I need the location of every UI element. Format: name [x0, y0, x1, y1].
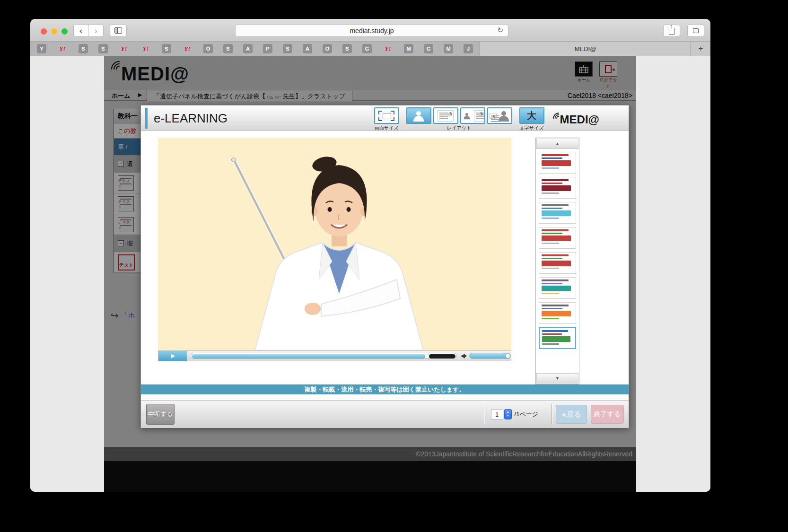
previous-page-button[interactable]: ◀ 戻る: [556, 405, 587, 424]
favicon-13[interactable]: A: [303, 44, 312, 53]
person-icon: [412, 111, 425, 121]
slide-thumbnail-panel: ▲ ▼: [535, 138, 579, 384]
logo-arcs-icon: [552, 111, 560, 120]
layout-slide-video-button[interactable]: [487, 107, 512, 124]
layout-group: レイアウト: [406, 107, 512, 131]
elearning-media-logo: MEDI@: [552, 111, 599, 126]
lecture-video[interactable]: [158, 138, 511, 350]
favicon-11[interactable]: P: [263, 44, 272, 53]
browser-toolbar: ‹ › mediat.study.jp ↻: [30, 19, 710, 42]
page-viewport: MEDI@ ホーム ログアウト ホーム ▶: [30, 56, 710, 492]
slide-thumbnail-7[interactable]: [539, 302, 576, 324]
slide-thumbnail-3[interactable]: [539, 202, 576, 224]
slide-icon: [438, 110, 454, 122]
elearning-toolbar: 画面サイズ: [374, 107, 599, 131]
slide-thumbnail-2[interactable]: [539, 177, 576, 199]
seek-progress: [192, 354, 425, 358]
volume-icon[interactable]: [460, 353, 466, 359]
divider: [552, 404, 552, 425]
show-tabs-button[interactable]: [687, 24, 704, 37]
screen-size-label: 画面サイズ: [374, 125, 399, 131]
sidebar-toggle-button[interactable]: [110, 24, 127, 37]
elearning-title: e-LEARNING: [154, 111, 228, 126]
slide-thumbnail-5[interactable]: [539, 252, 576, 274]
seek-remaining: [429, 354, 455, 358]
scroll-down-button[interactable]: ▼: [536, 373, 578, 384]
favorites-bar: YY!SSY!Y!SY!OSAPSAOSGY!MGMJ: [30, 44, 473, 53]
forward-button[interactable]: ›: [88, 25, 104, 36]
layout-video-only-button[interactable]: [406, 107, 431, 124]
back-arrow-icon: ◀: [561, 412, 565, 417]
favicon-5[interactable]: Y!: [140, 45, 151, 52]
favicon-6[interactable]: S: [162, 44, 171, 53]
slide-thumbnail-6[interactable]: [539, 277, 576, 299]
back-button[interactable]: ‹: [74, 25, 88, 36]
favicon-12[interactable]: S: [283, 44, 292, 53]
pause-button[interactable]: 中断する: [146, 404, 175, 425]
seek-bar[interactable]: [191, 353, 457, 359]
active-tab[interactable]: MEDI@: [480, 42, 691, 56]
copy-prohibited-banner: 複製・転載・流用・転売・複写等は固く禁止いたします。: [141, 384, 629, 394]
logo-text: MEDI@: [560, 113, 599, 126]
slide-mini-icon: [489, 113, 497, 119]
favicon-15[interactable]: S: [342, 44, 352, 53]
favicon-4[interactable]: Y!: [118, 45, 130, 52]
slide-thumbnail-1[interactable]: [539, 152, 576, 174]
screen-size-button[interactable]: [374, 107, 399, 124]
share-button[interactable]: [663, 24, 680, 37]
zoom-window-button[interactable]: [61, 28, 68, 35]
favicon-3[interactable]: S: [98, 44, 108, 53]
font-size-char: 大: [527, 109, 536, 122]
new-tab-button[interactable]: +: [691, 42, 710, 56]
favicon-2[interactable]: S: [79, 44, 88, 53]
favicon-19[interactable]: G: [424, 44, 433, 53]
reload-icon[interactable]: ↻: [497, 26, 503, 35]
layout-video-slide-button[interactable]: [460, 107, 485, 124]
play-button[interactable]: [158, 351, 187, 361]
font-size-group: 大 文字サイズ: [519, 107, 544, 131]
page-stepper[interactable]: ▲▼: [504, 409, 512, 419]
presenter-image: [158, 138, 511, 350]
favicon-18[interactable]: M: [404, 44, 413, 53]
favicon-16[interactable]: G: [362, 44, 372, 53]
slide-thumbnail-8-selected[interactable]: [539, 327, 576, 349]
page-total-label: /1ページ: [515, 410, 538, 419]
finish-button[interactable]: 終了する: [591, 405, 624, 424]
favicon-21[interactable]: J: [464, 44, 473, 53]
screen-size-group: 画面サイズ: [374, 107, 399, 131]
favicon-20[interactable]: M: [444, 44, 453, 53]
plus-icon: +: [699, 44, 703, 53]
scroll-up-button[interactable]: ▲: [536, 139, 578, 149]
layout-slide-only-button[interactable]: [433, 107, 458, 124]
favicon-10[interactable]: A: [243, 44, 253, 53]
favicon-9[interactable]: S: [223, 44, 233, 53]
elearning-modal: e-LEARNING 画面サイズ: [140, 105, 629, 428]
favicon-14[interactable]: O: [323, 44, 332, 53]
header-accent-bar: [145, 108, 148, 129]
volume-slider[interactable]: [469, 353, 511, 359]
favicon-17[interactable]: Y!: [382, 45, 394, 52]
favicon-1[interactable]: Y!: [57, 45, 68, 52]
minimize-window-button[interactable]: [51, 28, 57, 35]
address-bar[interactable]: mediat.study.jp ↻: [235, 24, 508, 37]
tabs-icon: [693, 28, 699, 33]
sidebar-icon: [114, 27, 122, 34]
layout-label: レイアウト: [406, 125, 512, 131]
tab-bar: YY!SSY!Y!SY!OSAPSAOSGY!MGMJ MEDI@ +: [30, 42, 710, 56]
browser-window: ‹ › mediat.study.jp ↻ YY!SSY!Y!SY!OSAPSA…: [30, 19, 710, 492]
favicon-0[interactable]: Y: [37, 44, 46, 53]
close-window-button[interactable]: [41, 28, 47, 35]
slide-small-icon: [474, 110, 484, 122]
url-text: mediat.study.jp: [350, 27, 394, 35]
elearning-footer: 中断する 1 ▲▼ /1ページ ◀ 戻る 終了する: [141, 400, 629, 428]
video-player-controls: [158, 350, 511, 361]
favicon-7[interactable]: Y!: [182, 45, 193, 52]
page-number-input[interactable]: 1: [491, 409, 503, 419]
font-size-button[interactable]: 大: [519, 107, 544, 124]
slide-thumbnail-4[interactable]: [539, 227, 576, 249]
favicon-8[interactable]: O: [203, 44, 213, 53]
person-gray-icon: [498, 111, 510, 121]
previous-page-label: 戻る: [567, 410, 581, 419]
seek-handle[interactable]: [425, 354, 429, 358]
volume-handle[interactable]: [506, 354, 510, 358]
